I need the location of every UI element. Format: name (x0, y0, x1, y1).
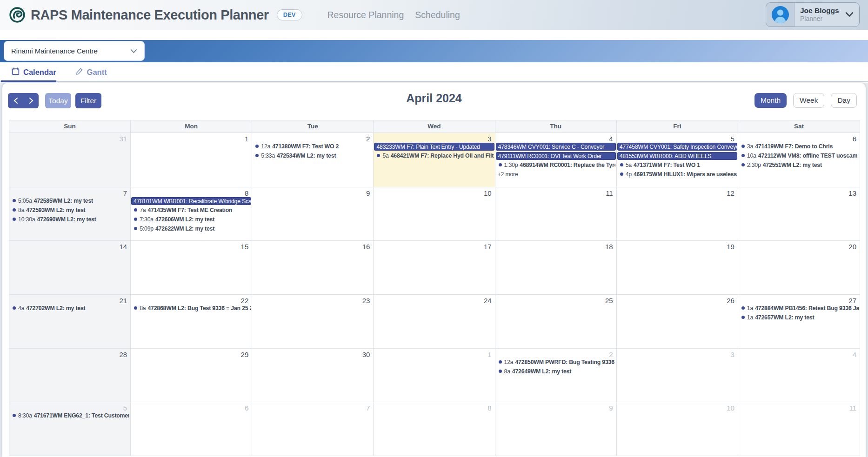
day-cell[interactable]: 7 (252, 402, 374, 456)
event-time: 7a (140, 207, 146, 213)
event[interactable]: 8a472868WM L2: Bug Test 9336 = Jan 25 20… (132, 305, 251, 312)
event-dot-icon (620, 163, 623, 166)
day-cell[interactable]: 19 (617, 241, 738, 294)
day-cell[interactable]: 3 (617, 349, 738, 402)
event[interactable]: 8:30a471671WM ENG62_1: Test Customer O (10, 412, 129, 420)
day-cell[interactable]: 1 (131, 133, 252, 187)
event[interactable]: 1:30p468914WM RC0001: Replace the Tyres (496, 161, 615, 169)
day-cell[interactable]: 16 (252, 241, 374, 294)
event-block[interactable]: 477458WM CVY001: Safety Inspection Conve… (617, 143, 737, 151)
event[interactable]: 3a471419WM F7: Demo to Chris (739, 143, 859, 151)
event-block[interactable]: 483233WM F7: Plain Text Entry - Updated (374, 143, 494, 151)
view-week-button[interactable]: Week (793, 93, 824, 108)
event-block[interactable]: 478346WM CVY001: Service C - Conveyor (496, 143, 616, 151)
event[interactable]: 5:09p472622WM L2: my test (132, 225, 251, 233)
day-cell[interactable]: 212a471380WM F7: Test WO 25:33a472534WM … (252, 133, 374, 187)
user-role: Planner (800, 15, 839, 23)
nav-scheduling[interactable]: Scheduling (415, 10, 460, 20)
day-cell[interactable]: 10 (617, 402, 738, 456)
day-cell[interactable]: 13 (738, 187, 860, 241)
event-dot-icon (13, 208, 16, 212)
day-cell[interactable]: 26 (617, 295, 738, 348)
day-cell[interactable]: 9 (495, 402, 617, 456)
event-dot-icon (134, 306, 137, 310)
date-number: 7 (252, 402, 373, 412)
event[interactable]: 4a472702WM L2: my test (10, 305, 129, 312)
user-menu[interactable]: Joe Bloggs Planner (766, 2, 860, 27)
event[interactable]: 7:30a472606WM L2: my test (132, 216, 251, 224)
day-cell[interactable]: 8478101WM WBR001: Recalibrate W/bridge S… (131, 187, 252, 241)
day-cell[interactable]: 23 (252, 295, 374, 348)
day-cell[interactable]: 3483233WM F7: Plain Text Entry - Updated… (374, 133, 495, 187)
event-time: 8:30a (18, 412, 32, 419)
day-cell[interactable]: 212a472850WM PWRFD: Bug Testing 93368a47… (495, 349, 617, 402)
event[interactable]: 4p469175WM HILUX1: Wipers are useless (618, 171, 737, 179)
day-cell[interactable]: 1 (374, 349, 495, 402)
event[interactable]: 2:30p472551WM L2: my test (739, 161, 859, 169)
event-title: 472690WM L2: my test (37, 216, 96, 223)
day-cell[interactable]: 10 (374, 187, 495, 241)
day-cell[interactable]: 228a472868WM L2: Bug Test 9336 = Jan 25 … (131, 295, 252, 348)
event[interactable]: 10:30a472690WM L2: my test (10, 216, 129, 224)
event[interactable]: 1a472884WM PB1456: Retest Bug 9336 Jan (739, 305, 859, 312)
nav-resource-planning[interactable]: Resource Planning (327, 10, 404, 20)
day-cell[interactable]: 30 (252, 349, 374, 402)
more-link[interactable]: +2 more (495, 171, 616, 179)
day-cell[interactable]: 6 (131, 402, 252, 456)
event[interactable]: 5a471371WM F7: Test WO 1 (618, 161, 737, 169)
event[interactable]: 8a472593WM L2: my test (10, 206, 129, 214)
day-header: Thu (495, 120, 617, 132)
event-dot-icon (134, 208, 137, 212)
date-number: 11 (738, 402, 860, 412)
view-month-button[interactable]: Month (754, 93, 787, 108)
event-dot-icon (741, 163, 745, 166)
view-day-button[interactable]: Day (831, 93, 857, 108)
day-cell[interactable]: 75:05a472585WM L2: my test8a472593WM L2:… (9, 187, 131, 241)
date-number: 11 (495, 187, 616, 197)
day-cell[interactable]: 12 (617, 187, 738, 241)
day-cell[interactable]: 9 (252, 187, 374, 241)
day-cell[interactable]: 15 (131, 241, 252, 294)
day-cell[interactable]: 5477458WM CVY001: Safety Inspection Conv… (617, 133, 738, 187)
day-cell[interactable]: 17 (374, 241, 495, 294)
day-cell[interactable]: 63a471419WM F7: Demo to Chris10a472112WM… (738, 133, 860, 187)
day-cell[interactable]: 58:30a471671WM ENG62_1: Test Customer O (9, 402, 131, 456)
date-number: 8 (131, 187, 252, 197)
event-block[interactable]: 481553WM WBR000: ADD WHEELS (617, 152, 737, 160)
day-cell[interactable]: 14 (9, 241, 131, 294)
day-cell[interactable]: 4 (738, 349, 860, 402)
day-cell[interactable]: 24 (374, 295, 495, 348)
day-cell[interactable]: 11 (495, 187, 617, 241)
event-dot-icon (620, 172, 623, 176)
event[interactable]: 5:33a472534WM L2: my test (253, 152, 372, 160)
day-cell[interactable]: 8 (374, 402, 495, 456)
day-cell[interactable]: 271a472884WM PB1456: Retest Bug 9336 Jan… (738, 295, 860, 348)
event[interactable]: 12a472850WM PWRFD: Bug Testing 9336 (496, 358, 615, 366)
event[interactable]: 7a471435WM F7: Test ME Creation (132, 206, 251, 214)
event-time: 5:33a (261, 152, 275, 159)
day-cell[interactable]: 31 (9, 133, 131, 187)
weeks-container: 311212a471380WM F7: Test WO 25:33a472534… (9, 133, 860, 456)
day-cell[interactable]: 18 (495, 241, 617, 294)
tab-gantt[interactable]: Gantt (75, 67, 107, 77)
event-title: 472622WM L2: my test (155, 225, 214, 232)
day-cell[interactable]: 28 (9, 349, 131, 402)
event-block[interactable]: 478101WM WBR001: Recalibrate W/bridge Sc… (131, 197, 251, 205)
event[interactable]: 12a471380WM F7: Test WO 2 (253, 143, 372, 151)
event[interactable]: 5:05a472585WM L2: my test (10, 197, 129, 205)
day-cell[interactable]: 4478346WM CVY001: Service C - Conveyor47… (495, 133, 617, 187)
day-cell[interactable]: 214a472702WM L2: my test (9, 295, 131, 348)
event-block[interactable]: 479111WM RC0001: OVI Test Work Order (496, 152, 616, 160)
day-cell[interactable]: 20 (738, 241, 860, 294)
day-cell[interactable]: 29 (131, 349, 252, 402)
day-cell[interactable]: 25 (495, 295, 617, 348)
day-cell[interactable]: 11 (738, 402, 860, 456)
site-selector[interactable]: Rinami Maintenance Centre (4, 41, 145, 61)
tab-calendar[interactable]: Calendar (12, 67, 56, 77)
event-dot-icon (255, 145, 259, 148)
event[interactable]: 5a468421WM F7: Replace Hyd Oil and Filte… (374, 152, 494, 160)
event[interactable]: 8a472649WM L2: my test (496, 368, 615, 376)
event-title: 472649WM L2: my test (512, 368, 571, 375)
event[interactable]: 10a472112WM VM8: offline TEST uoscam (739, 152, 859, 160)
event[interactable]: 1a472657WM L2: my test (739, 314, 859, 322)
